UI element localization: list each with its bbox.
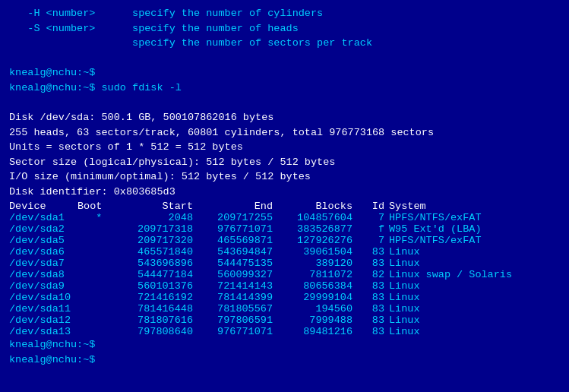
cell-id: 83: [359, 280, 389, 292]
table-row: /dev/sda2209717318976771071383526877fW95…: [9, 223, 560, 235]
cell-system: Linux: [389, 303, 560, 315]
cell-blocks: 7811072: [279, 269, 359, 280]
disk-info: Disk /dev/sda: 500.1 GB, 500107862016 by…: [9, 110, 560, 125]
table-row: /dev/sda64655718405436948473906150483Lin…: [9, 246, 560, 258]
cell-start: 465571840: [112, 246, 199, 258]
cell-boot: [77, 326, 112, 337]
cell-start: 781416448: [112, 303, 199, 315]
cell-boot: [77, 315, 112, 326]
help-line-heads: -S <number> specify the number of heads: [9, 21, 560, 36]
cell-boot: *: [77, 212, 112, 223]
cell-end: 465569871: [199, 235, 279, 246]
cell-device: /dev/sda8: [9, 269, 77, 280]
cell-blocks: 29999104: [279, 292, 359, 303]
sector-size-info: Sector size (logical/physical): 512 byte…: [9, 155, 560, 170]
table-row: /dev/sda12781807616797806591799948883Lin…: [9, 315, 560, 326]
partition-table: Device Boot Start End Blocks Id System /…: [9, 201, 560, 337]
cell-blocks: 383526877: [279, 223, 359, 235]
cell-boot: [77, 269, 112, 280]
cell-blocks: 89481216: [279, 326, 359, 337]
cell-end: 781805567: [199, 303, 279, 315]
cell-id: 7: [359, 235, 389, 246]
cell-end: 781414399: [199, 292, 279, 303]
cell-blocks: 80656384: [279, 280, 359, 292]
cell-blocks: 389120: [279, 258, 359, 269]
terminal: -H <number> specify the number of cylind…: [9, 6, 560, 386]
units-info: Units = sectors of 1 * 512 = 512 bytes: [9, 140, 560, 155]
cell-id: 83: [359, 246, 389, 258]
col-header-boot: Boot: [77, 201, 112, 212]
cell-boot: [77, 246, 112, 258]
fdisk-command: knealg@nchu:~$ sudo fdisk -l: [9, 81, 560, 96]
cell-boot: [77, 292, 112, 303]
table-row: /dev/sda1 *20482097172551048576047HPFS/N…: [9, 212, 560, 223]
cell-blocks: 104857604: [279, 212, 359, 223]
cell-start: 781807616: [112, 315, 199, 326]
col-header-end: End: [199, 201, 279, 212]
cell-boot: [77, 223, 112, 235]
help-line-sectors: specify the number of sectors per track: [9, 36, 560, 51]
cell-boot: [77, 280, 112, 292]
col-header-id: Id: [359, 201, 389, 212]
cell-id: 82: [359, 269, 389, 280]
cell-end: 976771071: [199, 223, 279, 235]
cell-id: 83: [359, 292, 389, 303]
col-header-system: System: [389, 201, 560, 212]
cell-system: Linux swap / Solaris: [389, 269, 560, 280]
cell-boot: [77, 303, 112, 315]
prompt-bottom-2[interactable]: knealg@nchu:~$: [9, 352, 560, 368]
cell-device: /dev/sda9: [9, 280, 77, 292]
cell-blocks: 39061504: [279, 246, 359, 258]
cell-start: 544477184: [112, 269, 199, 280]
cell-system: Linux: [389, 246, 560, 258]
table-row: /dev/sda107214161927814143992999910483Li…: [9, 292, 560, 303]
table-row: /dev/sda137978086409767710718948121683Li…: [9, 326, 560, 337]
cell-blocks: 127926276: [279, 235, 359, 246]
cell-device: /dev/sda2: [9, 223, 77, 235]
cell-end: 560099327: [199, 269, 279, 280]
cell-end: 544475135: [199, 258, 279, 269]
cell-id: 83: [359, 315, 389, 326]
cell-system: Linux: [389, 280, 560, 292]
cell-system: HPFS/NTFS/exFAT: [389, 212, 560, 223]
cell-device: /dev/sda12: [9, 315, 77, 326]
col-header-start: Start: [112, 201, 199, 212]
cell-id: 83: [359, 326, 389, 337]
cell-device: /dev/sda5: [9, 235, 77, 246]
cell-system: HPFS/NTFS/exFAT: [389, 235, 560, 246]
cell-blocks: 7999488: [279, 315, 359, 326]
cell-device: /dev/sda7: [9, 258, 77, 269]
help-line-cylinders: -H <number> specify the number of cylind…: [9, 6, 560, 21]
cell-start: 797808640: [112, 326, 199, 337]
cell-device: /dev/sda1: [9, 212, 77, 223]
cell-device: /dev/sda6: [9, 246, 77, 258]
prompt-1[interactable]: knealg@nchu:~$: [9, 65, 560, 81]
cell-start: 209717320: [112, 235, 199, 246]
cell-boot: [77, 235, 112, 246]
cell-system: Linux: [389, 326, 560, 337]
prompt-bottom-1[interactable]: knealg@nchu:~$: [9, 337, 560, 352]
cell-start: 2048: [112, 212, 199, 223]
table-row: /dev/sda1178141644878180556719456083Linu…: [9, 303, 560, 315]
cell-system: W95 Ext'd (LBA): [389, 223, 560, 235]
cell-start: 543696896: [112, 258, 199, 269]
cell-start: 721416192: [112, 292, 199, 303]
col-header-device: Device: [9, 201, 77, 212]
table-header-row: Device Boot Start End Blocks Id System: [9, 201, 560, 212]
blank-line-2: [9, 95, 560, 110]
table-row: /dev/sda52097173204655698711279262767HPF…: [9, 235, 560, 246]
cell-end: 209717255: [199, 212, 279, 223]
heads-info: 255 heads, 63 sectors/track, 60801 cylin…: [9, 125, 560, 141]
cell-boot: [77, 258, 112, 269]
cell-system: Linux: [389, 292, 560, 303]
cell-start: 209717318: [112, 223, 199, 235]
blank-line-1: [9, 51, 560, 66]
cell-end: 976771071: [199, 326, 279, 337]
col-header-blocks: Blocks: [279, 201, 359, 212]
cell-end: 721414143: [199, 280, 279, 292]
cell-blocks: 194560: [279, 303, 359, 315]
table-row: /dev/sda8544477184560099327781107282Linu…: [9, 269, 560, 280]
cell-device: /dev/sda13: [9, 326, 77, 337]
cell-system: Linux: [389, 315, 560, 326]
cell-id: f: [359, 223, 389, 235]
